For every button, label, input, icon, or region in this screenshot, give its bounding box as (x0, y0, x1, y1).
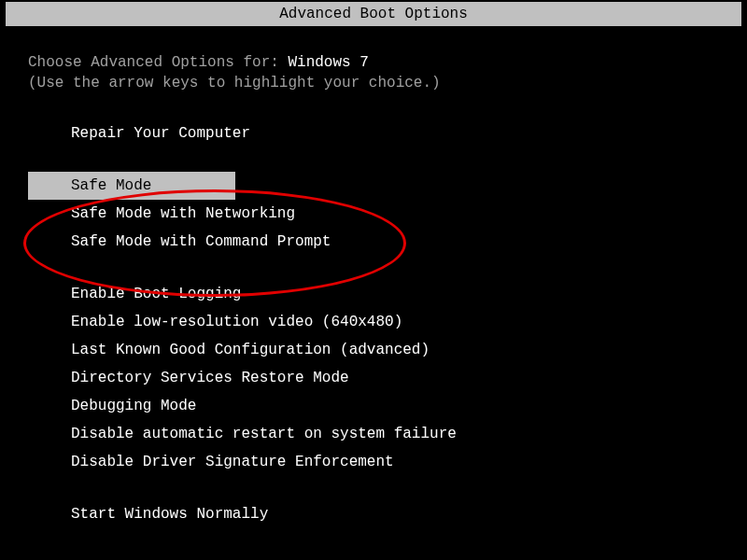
screen-title: Advanced Boot Options (279, 6, 468, 22)
title-bar: Advanced Boot Options (6, 2, 741, 26)
menu-item-last-known-good-config[interactable]: Last Known Good Configuration (advanced) (28, 336, 719, 364)
menu-item-debugging-mode[interactable]: Debugging Mode (28, 392, 719, 420)
content-area: Choose Advanced Options for: Windows 7 (… (0, 26, 747, 528)
menu-group-safe-mode: Safe Mode Safe Mode with Networking Safe… (28, 172, 719, 256)
menu-item-directory-services-restore[interactable]: Directory Services Restore Mode (28, 364, 719, 392)
prompt-line: Choose Advanced Options for: Windows 7 (28, 54, 719, 71)
menu-group-normal: Start Windows Normally (28, 500, 719, 528)
menu-item-start-windows-normally[interactable]: Start Windows Normally (28, 500, 719, 528)
menu-item-repair-your-computer[interactable]: Repair Your Computer (28, 119, 719, 147)
menu-item-enable-boot-logging[interactable]: Enable Boot Logging (28, 280, 719, 308)
menu-item-safe-mode[interactable]: Safe Mode (28, 172, 235, 200)
menu-item-disable-driver-signature[interactable]: Disable Driver Signature Enforcement (28, 448, 719, 476)
menu-item-low-resolution-video[interactable]: Enable low-resolution video (640x480) (28, 308, 719, 336)
menu-item-safe-mode-command-prompt[interactable]: Safe Mode with Command Prompt (28, 228, 719, 256)
prompt-prefix: Choose Advanced Options for: (28, 54, 288, 71)
menu-group-advanced: Enable Boot Logging Enable low-resolutio… (28, 280, 719, 476)
menu-item-disable-auto-restart[interactable]: Disable automatic restart on system fail… (28, 420, 719, 448)
instruction-text: (Use the arrow keys to highlight your ch… (28, 75, 719, 91)
os-name: Windows 7 (288, 54, 368, 71)
menu-group-repair: Repair Your Computer (28, 119, 719, 147)
menu-item-safe-mode-networking[interactable]: Safe Mode with Networking (28, 200, 719, 228)
